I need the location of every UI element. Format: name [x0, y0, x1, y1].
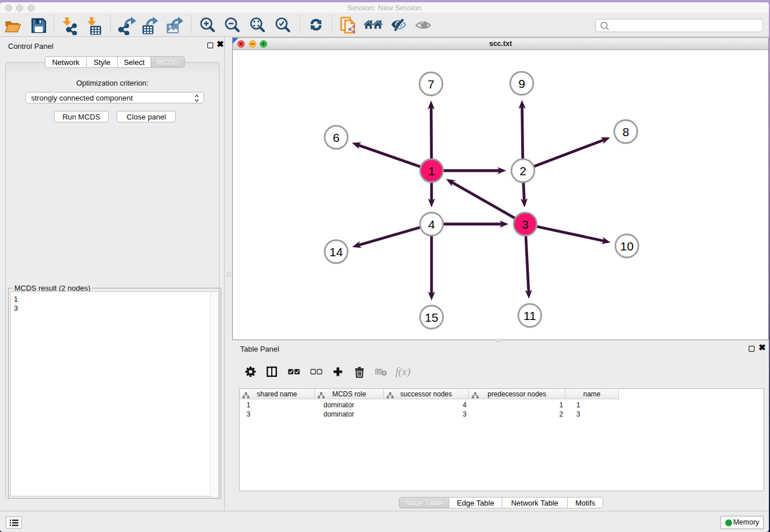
svg-text:1: 1 [428, 164, 435, 178]
svg-text:4: 4 [428, 218, 435, 231]
svg-text:9: 9 [518, 77, 525, 90]
svg-text:8: 8 [622, 125, 629, 138]
svg-text:7: 7 [428, 78, 434, 91]
svg-text:6: 6 [333, 131, 340, 144]
svg-text:15: 15 [425, 311, 438, 324]
svg-text:3: 3 [522, 218, 529, 231]
svg-text:14: 14 [329, 245, 343, 259]
svg-text:2: 2 [519, 164, 526, 178]
svg-text:10: 10 [620, 240, 633, 253]
svg-text:11: 11 [523, 309, 536, 322]
